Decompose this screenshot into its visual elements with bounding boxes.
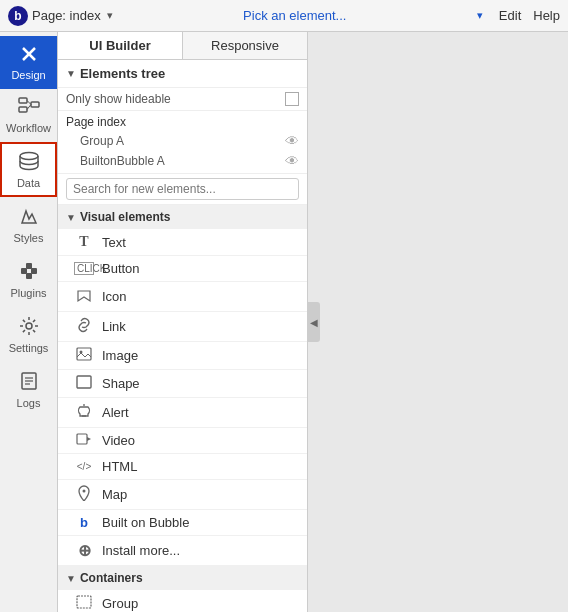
html-label: HTML xyxy=(102,459,137,474)
tab-ui-builder[interactable]: UI Builder xyxy=(58,32,183,59)
svg-rect-21 xyxy=(77,434,87,444)
svg-marker-22 xyxy=(87,437,91,441)
containers-caret: ▼ xyxy=(66,573,76,584)
builtonbubble-icon: b xyxy=(74,515,94,530)
help-button[interactable]: Help xyxy=(533,8,560,23)
visibility-icon-group-a[interactable]: 👁 xyxy=(285,133,299,149)
tab-responsive[interactable]: Responsive xyxy=(183,32,307,59)
visual-elements-label: Visual elements xyxy=(80,210,171,224)
element-map[interactable]: Map xyxy=(58,480,307,510)
element-button[interactable]: CLICK Button xyxy=(58,256,307,282)
sidebar-item-design[interactable]: Design xyxy=(0,36,57,89)
svg-point-12 xyxy=(26,323,32,329)
top-bar-actions: Edit Help xyxy=(499,8,560,23)
image-label: Image xyxy=(102,348,138,363)
panel-tabs: UI Builder Responsive xyxy=(58,32,307,60)
visual-elements-header[interactable]: ▼ Visual elements xyxy=(58,205,307,229)
element-icon[interactable]: Icon xyxy=(58,282,307,312)
icon-icon xyxy=(74,287,94,306)
svg-line-6 xyxy=(27,105,31,110)
only-hideable-checkbox[interactable] xyxy=(285,92,299,106)
button-label: Button xyxy=(102,261,140,276)
svg-point-23 xyxy=(83,490,86,493)
elements-tree-label: Elements tree xyxy=(80,66,165,81)
edit-button[interactable]: Edit xyxy=(499,8,521,23)
settings-label: Settings xyxy=(9,342,49,354)
logs-label: Logs xyxy=(17,397,41,409)
tree-caret-icon: ▼ xyxy=(66,68,76,79)
button-icon: CLICK xyxy=(74,262,94,275)
element-html[interactable]: </> HTML xyxy=(58,454,307,480)
group-icon xyxy=(74,595,94,612)
element-builtonbubble[interactable]: b Built on Bubble xyxy=(58,510,307,536)
map-label: Map xyxy=(102,487,127,502)
element-alert[interactable]: Alert xyxy=(58,398,307,428)
top-bar: b Page: index ▾ Pick an element... ▾ Edi… xyxy=(0,0,568,32)
shape-label: Shape xyxy=(102,376,140,391)
element-text[interactable]: T Text xyxy=(58,229,307,256)
element-shape[interactable]: Shape xyxy=(58,370,307,398)
search-input[interactable] xyxy=(66,178,299,200)
tree-item-builtonbubble-a[interactable]: BuiltonBubble A 👁 xyxy=(72,151,307,171)
link-icon xyxy=(74,317,94,336)
svg-point-7 xyxy=(20,153,38,160)
sidebar-item-settings[interactable]: Settings xyxy=(0,307,57,362)
elements-tree-header[interactable]: ▼ Elements tree xyxy=(58,60,307,88)
html-icon: </> xyxy=(74,461,94,472)
builtonbubble-label: Built on Bubble xyxy=(102,515,189,530)
only-hideable-label: Only show hideable xyxy=(66,92,171,106)
logo: b xyxy=(8,6,28,26)
main-layout: Design Workflow xyxy=(0,32,568,612)
element-group[interactable]: Group xyxy=(58,590,307,612)
sidebar-item-styles[interactable]: Styles xyxy=(0,197,57,252)
text-icon: T xyxy=(74,234,94,250)
element-video[interactable]: Video xyxy=(58,428,307,454)
svg-rect-24 xyxy=(77,596,91,608)
svg-rect-19 xyxy=(77,376,91,388)
sidebar-item-logs[interactable]: Logs xyxy=(0,362,57,417)
containers-label: Containers xyxy=(80,571,143,585)
workflow-label: Workflow xyxy=(6,122,51,134)
text-label: Text xyxy=(102,235,126,250)
sidebar-item-workflow[interactable]: Workflow xyxy=(0,89,57,142)
svg-rect-10 xyxy=(26,263,32,269)
containers-header[interactable]: ▼ Containers xyxy=(58,566,307,590)
tree-page-label: Page index xyxy=(66,115,299,129)
tree-item-group-a[interactable]: Group A 👁 xyxy=(72,131,307,151)
svg-rect-17 xyxy=(77,348,91,360)
shape-icon xyxy=(74,375,94,392)
styles-icon xyxy=(18,205,40,230)
settings-icon xyxy=(18,315,40,340)
svg-rect-4 xyxy=(31,102,39,107)
tree-group-a-label: Group A xyxy=(80,134,281,148)
icon-label: Icon xyxy=(102,289,127,304)
element-link[interactable]: Link xyxy=(58,312,307,342)
sidebar-item-data[interactable]: Data xyxy=(0,142,57,197)
element-install-more[interactable]: ⊕ Install more... xyxy=(58,536,307,566)
tree-builtonbubble-a-label: BuiltonBubble A xyxy=(80,154,281,168)
collapse-handle[interactable]: ◀ xyxy=(308,302,320,342)
page-label: Page: index xyxy=(32,8,101,23)
data-icon xyxy=(18,150,40,175)
visibility-icon-builtonbubble[interactable]: 👁 xyxy=(285,153,299,169)
pick-element-dropdown[interactable]: ▾ xyxy=(477,9,483,22)
page-dropdown[interactable]: ▾ xyxy=(107,9,113,22)
tree-items: Page index Group A 👁 BuiltonBubble A 👁 xyxy=(58,111,307,174)
content-area: ◀ xyxy=(308,32,568,612)
svg-rect-11 xyxy=(26,273,32,279)
group-label: Group xyxy=(102,596,138,611)
plugins-icon xyxy=(18,260,40,285)
plugins-label: Plugins xyxy=(10,287,46,299)
alert-label: Alert xyxy=(102,405,129,420)
element-image[interactable]: Image xyxy=(58,342,307,370)
svg-rect-3 xyxy=(19,107,27,112)
tree-item-page[interactable]: Page index xyxy=(58,113,307,131)
pick-element[interactable]: Pick an element... xyxy=(117,8,473,23)
only-hideable-row: Only show hideable xyxy=(58,88,307,111)
search-box xyxy=(58,174,307,205)
image-icon xyxy=(74,347,94,364)
workflow-icon xyxy=(18,97,40,120)
styles-label: Styles xyxy=(14,232,44,244)
design-icon xyxy=(19,44,39,67)
sidebar-item-plugins[interactable]: Plugins xyxy=(0,252,57,307)
